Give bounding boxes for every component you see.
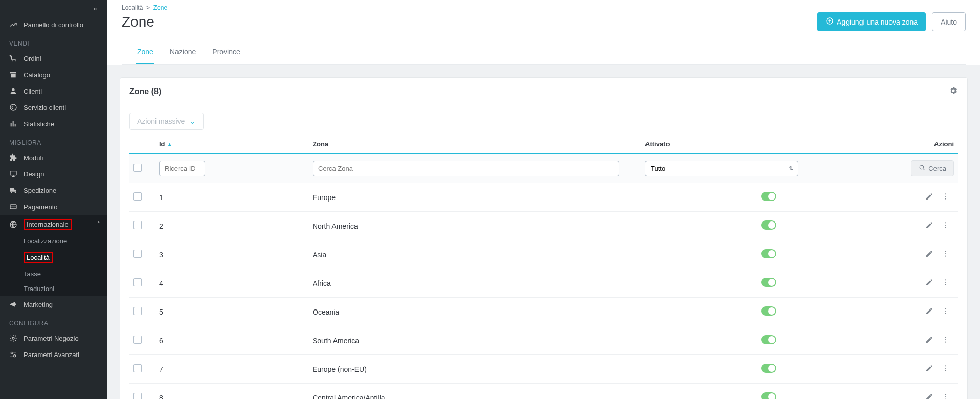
breadcrumb-current[interactable]: Zone: [153, 4, 167, 11]
edit-button[interactable]: [921, 334, 938, 347]
table-row: 3Asia: [129, 240, 958, 269]
gear-icon: [949, 86, 958, 95]
edit-button[interactable]: [921, 305, 938, 319]
select-all-checkbox[interactable]: [133, 164, 142, 172]
row-checkbox[interactable]: [133, 393, 142, 399]
sidebar-item-label: Spedizione: [24, 187, 56, 194]
sidebar-item-label: Clienti: [24, 87, 42, 95]
row-more-button[interactable]: [938, 219, 954, 233]
svg-point-21: [945, 198, 946, 199]
edit-button[interactable]: [921, 391, 938, 399]
tab-zone[interactable]: Zone: [136, 40, 154, 64]
svg-point-11: [15, 192, 16, 193]
sidebar-item-spedizione[interactable]: Spedizione: [0, 182, 107, 198]
pencil-icon: [925, 364, 933, 372]
table-row: 1Europe: [129, 183, 958, 212]
sidebar-item-clienti[interactable]: Clienti: [0, 83, 107, 99]
row-checkbox[interactable]: [133, 336, 142, 344]
column-header-attivato[interactable]: Attivato: [641, 135, 897, 153]
cell-zona: North America: [308, 212, 641, 240]
row-more-button[interactable]: [938, 362, 954, 376]
sidebar-subitem-traduzioni[interactable]: Traduzioni: [0, 281, 107, 296]
sidebar-item-moduli[interactable]: Moduli: [0, 149, 107, 166]
add-zone-button[interactable]: Aggiungi una nuova zona: [817, 12, 926, 31]
dots-vertical-icon: [942, 336, 950, 344]
sidebar-item-marketing[interactable]: Marketing: [0, 296, 107, 313]
search-button[interactable]: Cerca: [911, 160, 954, 176]
active-toggle[interactable]: [761, 278, 776, 287]
sidebar-item-internazionale[interactable]: Internazionale ˄: [0, 215, 107, 234]
edit-button[interactable]: [921, 248, 938, 261]
sidebar-item-pagamento[interactable]: Pagamento: [0, 198, 107, 215]
svg-point-22: [945, 222, 946, 223]
edit-button[interactable]: [921, 219, 938, 233]
column-header-azioni: Azioni: [897, 135, 958, 153]
sidebar-item-parametri-avanzati[interactable]: Parametri Avanzati: [0, 346, 107, 363]
sidebar-item-design[interactable]: Design: [0, 166, 107, 182]
card-settings-button[interactable]: [949, 86, 958, 97]
row-checkbox[interactable]: [133, 250, 142, 258]
active-toggle[interactable]: [761, 220, 776, 230]
sidebar-item-label: Ordini: [24, 55, 41, 62]
edit-button[interactable]: [921, 276, 938, 290]
row-more-button[interactable]: [938, 305, 954, 319]
column-header-zona[interactable]: Zona: [308, 135, 641, 153]
breadcrumb-parent[interactable]: Località: [122, 4, 143, 11]
filter-id-input[interactable]: [159, 161, 205, 176]
active-toggle[interactable]: [761, 306, 776, 316]
sidebar-item-statistiche[interactable]: Statistiche: [0, 116, 107, 132]
row-more-button[interactable]: [938, 391, 954, 399]
active-toggle[interactable]: [761, 249, 776, 258]
sidebar-item-catalogo[interactable]: Catalogo: [0, 66, 107, 83]
sidebar-item-parametri-negozio[interactable]: Parametri Negozio: [0, 330, 107, 346]
svg-point-37: [945, 365, 946, 366]
filter-zona-input[interactable]: [313, 161, 619, 176]
zones-card: Zone (8) Azioni massive ⌄: [120, 77, 968, 399]
sidebar-section-vendi: VENDI: [0, 33, 107, 50]
row-more-button[interactable]: [938, 190, 954, 204]
pencil-icon: [925, 278, 933, 286]
plus-circle-icon: [826, 17, 834, 27]
filter-attivato-select[interactable]: Tutto: [645, 161, 798, 176]
tab-nazione[interactable]: Nazione: [169, 40, 197, 64]
sidebar-collapse-button[interactable]: «: [0, 0, 107, 16]
row-checkbox[interactable]: [133, 221, 142, 229]
sidebar-item-label: Marketing: [24, 301, 53, 308]
svg-point-16: [14, 355, 16, 357]
edit-button[interactable]: [921, 190, 938, 204]
sidebar-subitem-localizzazione[interactable]: Localizzazione: [0, 234, 107, 249]
sidebar-item-dashboard[interactable]: Pannello di controllo: [0, 16, 107, 33]
sidebar-subitem-tasse[interactable]: Tasse: [0, 267, 107, 281]
row-checkbox[interactable]: [133, 278, 142, 286]
row-checkbox[interactable]: [133, 307, 142, 315]
svg-rect-12: [10, 205, 16, 209]
active-toggle[interactable]: [761, 335, 776, 344]
sidebar-item-servizio-clienti[interactable]: Servizio clienti: [0, 99, 107, 116]
edit-button[interactable]: [921, 362, 938, 376]
card-title: Zone (8): [129, 87, 161, 96]
row-checkbox[interactable]: [133, 364, 142, 372]
bulk-actions-button[interactable]: Azioni massive ⌄: [129, 113, 204, 130]
row-checkbox[interactable]: [133, 192, 142, 201]
svg-point-35: [945, 339, 946, 340]
row-more-button[interactable]: [938, 248, 954, 261]
sidebar-subitem-localita[interactable]: Località: [0, 249, 107, 267]
sidebar-item-label: Catalogo: [24, 71, 50, 79]
column-header-id[interactable]: Id ▲: [155, 135, 308, 153]
cell-id: 4: [155, 269, 308, 298]
active-toggle[interactable]: [761, 364, 776, 373]
help-button[interactable]: Aiuto: [932, 12, 966, 31]
svg-point-27: [945, 256, 946, 257]
sidebar-item-ordini[interactable]: Ordini: [0, 50, 107, 66]
tab-province[interactable]: Province: [211, 40, 241, 64]
sidebar-submenu-internazionale: Localizzazione Località Tasse Traduzioni: [0, 234, 107, 296]
row-more-button[interactable]: [938, 276, 954, 290]
row-more-button[interactable]: [938, 334, 954, 347]
sidebar-item-label: Pannello di controllo: [24, 21, 83, 29]
highlight-box: Località: [24, 252, 53, 263]
active-toggle[interactable]: [761, 192, 776, 201]
dots-vertical-icon: [942, 307, 950, 315]
dots-vertical-icon: [942, 221, 950, 229]
active-toggle[interactable]: [761, 392, 776, 399]
sidebar-section-configura: CONFIGURA: [0, 313, 107, 330]
